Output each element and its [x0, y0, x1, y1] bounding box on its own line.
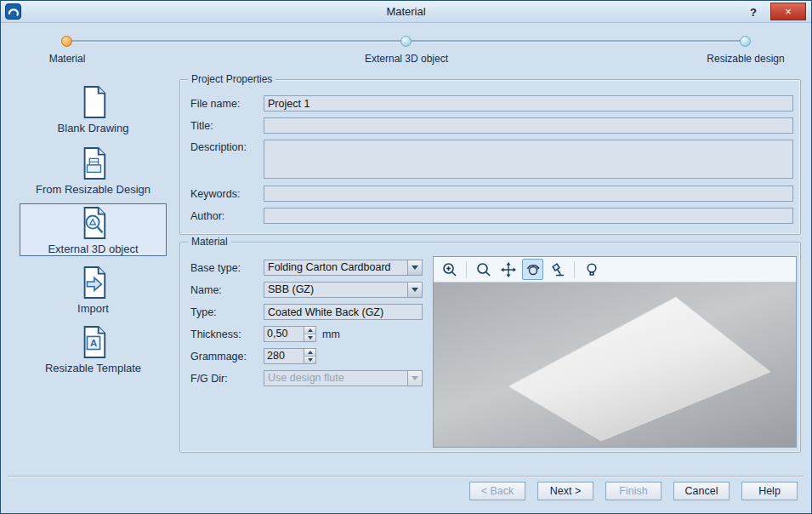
keywords-label: Keywords: — [190, 188, 264, 200]
chevron-down-icon[interactable] — [407, 260, 422, 275]
grammage-stepper[interactable]: 280 — [264, 348, 316, 364]
help-footer-button[interactable]: Help — [741, 482, 798, 500]
import-icon — [79, 266, 108, 300]
thickness-decrement-button[interactable] — [304, 334, 315, 341]
zoom-area-icon[interactable] — [439, 259, 460, 280]
close-icon: × — [785, 5, 792, 18]
material-name-value: SBB (GZ) — [264, 283, 407, 297]
material-3d-preview-panel — [433, 256, 797, 448]
sidebar-item-label: External 3D object — [48, 243, 138, 255]
keywords-input[interactable] — [264, 186, 793, 202]
sidebar-item-label: Resizable Template — [45, 362, 141, 374]
author-label: Author: — [190, 210, 264, 222]
footer-divider — [8, 476, 804, 477]
material-type-label: Type: — [190, 306, 264, 318]
sidebar-item-blank-drawing[interactable]: Blank Drawing — [20, 83, 167, 135]
sidebar-item-label: Import — [77, 302, 109, 315]
base-type-dropdown[interactable]: Folding Carton Cardboard — [264, 260, 423, 276]
light-bulb-icon[interactable] — [581, 259, 602, 280]
resizable-design-icon — [79, 146, 108, 180]
cardboard-sheet — [508, 297, 770, 441]
wizard-step-dot-resizable — [740, 36, 751, 47]
lamp-icon[interactable] — [547, 259, 568, 280]
base-type-label: Base type: — [190, 262, 264, 274]
grammage-value: 280 — [264, 349, 304, 363]
grammage-label: Grammage: — [190, 351, 264, 363]
creation-type-sidebar: Blank Drawing From Resizable Design — [20, 81, 167, 396]
grammage-decrement-button[interactable] — [304, 357, 315, 363]
fg-dir-dropdown: Use design flute — [264, 370, 423, 386]
wizard-step-dot-material — [61, 36, 72, 47]
preview-toolbar — [434, 257, 796, 283]
thickness-stepper[interactable]: 0,50 — [264, 326, 316, 342]
material-name-label: Name: — [190, 284, 264, 296]
thickness-label: Thickness: — [190, 328, 264, 340]
resizable-template-icon: A — [79, 325, 108, 359]
window-title: Material — [1, 5, 811, 18]
external-3d-object-icon — [79, 206, 108, 240]
svg-text:A: A — [89, 338, 96, 348]
thickness-value: 0,50 — [264, 327, 304, 341]
chevron-down-icon — [407, 371, 422, 386]
file-name-input[interactable] — [264, 95, 793, 111]
help-button[interactable]: ? — [744, 3, 763, 20]
finish-button[interactable]: Finish — [605, 482, 662, 500]
wizard-progress: Material External 3D object Resizable de… — [1, 26, 811, 71]
base-type-value: Folding Carton Cardboard — [264, 260, 407, 275]
description-label: Description: — [190, 141, 264, 153]
footer-buttons: < Back Next > Finish Cancel Help — [469, 482, 798, 500]
preview-3d-canvas[interactable] — [434, 283, 796, 447]
grammage-increment-button[interactable] — [304, 349, 315, 357]
project-properties-group-label: Project Properties — [188, 73, 275, 85]
toolbar-separator — [574, 261, 575, 278]
material-name-dropdown[interactable]: SBB (GZ) — [264, 282, 423, 298]
sidebar-item-external-3d-object[interactable]: External 3D object — [20, 203, 167, 256]
sidebar-item-import[interactable]: Import — [20, 263, 167, 316]
wizard-step-label-material: Material — [42, 53, 93, 65]
sidebar-item-label: Blank Drawing — [58, 122, 129, 134]
wizard-step-label-external-3d: External 3D object — [338, 53, 474, 65]
material-dialog: Material ? × Material External 3D object… — [0, 0, 812, 514]
chevron-down-icon[interactable] — [407, 283, 422, 297]
wizard-step-label-resizable: Resizable design — [686, 53, 805, 65]
description-input[interactable] — [264, 140, 793, 179]
sidebar-item-resizable-template[interactable]: A Resizable Template — [20, 323, 167, 375]
title-label: Title: — [190, 120, 264, 132]
project-properties-group: Project Properties File name: Title: Des… — [179, 79, 801, 235]
wizard-step-dot-external-3d — [400, 36, 412, 47]
title-input[interactable] — [264, 117, 793, 134]
author-input[interactable] — [264, 208, 793, 224]
rotate-3d-icon[interactable] — [522, 259, 543, 280]
material-group-label: Material — [188, 236, 231, 248]
sidebar-item-label: From Resizable Design — [36, 183, 150, 196]
next-button[interactable]: Next > — [537, 482, 593, 500]
cancel-button[interactable]: Cancel — [673, 482, 730, 500]
thickness-increment-button[interactable] — [304, 327, 315, 334]
fg-dir-value: Use design flute — [264, 371, 407, 386]
zoom-icon[interactable] — [473, 259, 494, 280]
blank-drawing-icon — [79, 85, 108, 119]
fg-dir-label: F/G Dir: — [190, 373, 264, 385]
toolbar-separator — [466, 261, 467, 278]
file-name-label: File name: — [190, 98, 264, 110]
thickness-unit-label: mm — [322, 328, 340, 340]
sidebar-item-from-resizable-design[interactable]: From Resizable Design — [20, 144, 167, 197]
back-button[interactable]: < Back — [469, 482, 525, 500]
material-type-field[interactable] — [264, 304, 423, 320]
close-button[interactable]: × — [770, 3, 806, 20]
titlebar[interactable]: Material ? × — [1, 1, 811, 23]
pan-icon[interactable] — [497, 259, 519, 280]
